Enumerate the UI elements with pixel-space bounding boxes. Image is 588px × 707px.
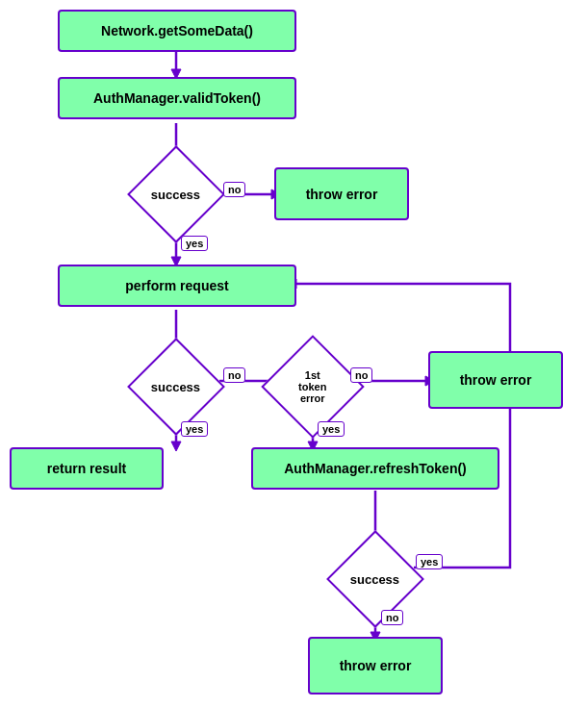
diamond-success-3: success [337, 541, 414, 618]
node-refresh-token: AuthManager.refreshToken() [251, 447, 499, 490]
label-yes-3: yes [318, 421, 345, 437]
node-perform-request: perform request [58, 265, 296, 307]
label-no-4: no [381, 610, 403, 625]
node-throw-error-3: throw error [308, 637, 443, 694]
node-get-some-data: Network.getSomeData() [58, 10, 296, 52]
node-throw-error-2: throw error [428, 351, 563, 409]
node-throw-error-1: throw error [274, 167, 409, 220]
svg-marker-11 [171, 442, 181, 451]
diamond-success-2: success [138, 348, 215, 425]
label-no-2: no [223, 367, 245, 383]
label-yes-2: yes [181, 421, 208, 437]
label-yes-4: yes [416, 554, 443, 569]
label-yes-1: yes [181, 236, 208, 251]
node-valid-token: AuthManager.validToken() [58, 77, 296, 119]
diamond-success-1: success [138, 156, 215, 233]
label-no-3: no [350, 367, 372, 383]
label-no-1: no [223, 182, 245, 197]
node-return-result: return result [10, 447, 164, 490]
flowchart: Network.getSomeData() AuthManager.validT… [0, 0, 588, 707]
diamond-token-error: 1st token error [274, 348, 351, 425]
